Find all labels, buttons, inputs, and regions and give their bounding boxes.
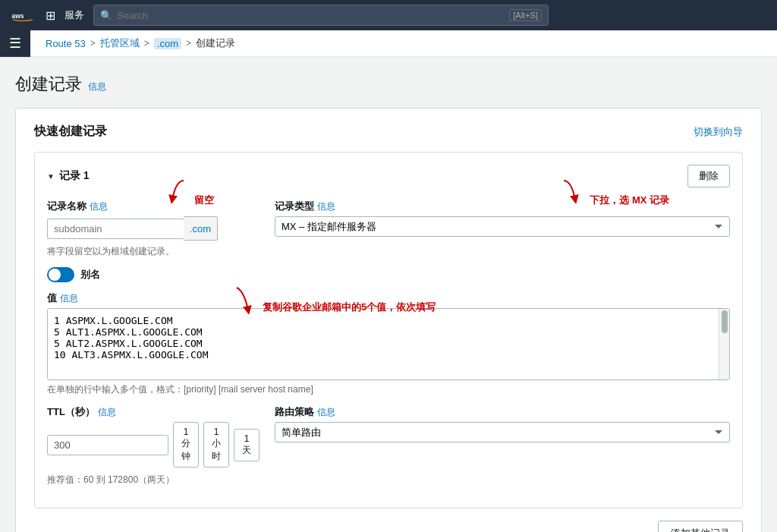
card-header: 快速创建记录 切换到向导 bbox=[34, 124, 743, 140]
alias-toggle-row: 别名 bbox=[47, 267, 730, 282]
breadcrumb-sep-1: > bbox=[90, 38, 96, 49]
breadcrumb-current: 创建记录 bbox=[196, 36, 235, 50]
record-title-text: 记录 1 bbox=[59, 169, 90, 183]
alias-toggle[interactable] bbox=[47, 267, 74, 282]
value-section: 复制谷歌企业邮箱中的5个值，依次填写 值 信息 1 ASPMX.L.GOOGLE… bbox=[47, 291, 730, 396]
ttl-hint: 推荐值：60 到 172800（两天） bbox=[47, 474, 260, 486]
breadcrumb-sep-3: > bbox=[186, 38, 191, 49]
breadcrumb-route53[interactable]: Route 53 bbox=[46, 38, 86, 49]
type-info-link[interactable]: 信息 bbox=[317, 200, 335, 213]
search-bar: 🔍 [Alt+S] bbox=[93, 5, 549, 26]
breadcrumb: Route 53 > 托管区域 > .com > 创建记录 bbox=[30, 30, 777, 57]
breadcrumb-domain: .com bbox=[154, 38, 181, 49]
ttl-1min-button[interactable]: 1 分钟 bbox=[173, 422, 199, 467]
page-title-area: 创建记录 信息 bbox=[15, 73, 762, 96]
search-icon: 🔍 bbox=[100, 10, 112, 21]
alias-label: 别名 bbox=[80, 268, 100, 282]
ttl-1day-button[interactable]: 1 天 bbox=[234, 429, 260, 461]
value-textarea-wrapper: 1 ASPMX.L.GOOGLE.COM 5 ALT1.ASPMX.L.GOOG… bbox=[47, 308, 730, 380]
record-section-header: ▼ 记录 1 删除 bbox=[47, 165, 730, 187]
name-hint: 将字段留空以为根域创建记录。 bbox=[47, 245, 260, 258]
record-name-input[interactable] bbox=[47, 219, 184, 239]
name-info-link[interactable]: 信息 bbox=[90, 200, 108, 213]
value-hint: 在单独的行中输入多个值，格式：[priority] [mail server h… bbox=[47, 383, 730, 396]
record-section-title: ▼ 记录 1 bbox=[47, 169, 90, 183]
breadcrumb-sep-2: > bbox=[144, 38, 149, 49]
name-group: 记录名称 信息 .com 将字段留空以为根域创建记录。 bbox=[47, 200, 260, 258]
ttl-group: TTL（秒） 信息 300 1 分钟 1 小时 1 天 推荐值：60 到 172… bbox=[47, 405, 260, 486]
top-nav: aws ⊞ 服务 🔍 [Alt+S] bbox=[0, 0, 777, 30]
value-info-link[interactable]: 信息 bbox=[60, 292, 78, 305]
ttl-input[interactable]: 300 bbox=[47, 435, 168, 455]
services-menu[interactable]: 服务 bbox=[64, 8, 84, 22]
page-title: 创建记录 bbox=[15, 73, 82, 96]
routing-select[interactable]: 简单路由 加权 延迟 故障转移 地理位置 多值应答 bbox=[275, 422, 730, 442]
value-textarea[interactable]: 1 ASPMX.L.GOOGLE.COM 5 ALT1.ASPMX.L.GOOG… bbox=[48, 309, 729, 377]
main-content: 创建记录 信息 快速创建记录 切换到向导 ▼ 记录 1 删除 bbox=[0, 58, 777, 532]
quick-create-card: 快速创建记录 切换到向导 ▼ 记录 1 删除 bbox=[15, 108, 762, 532]
add-record-button[interactable]: 添加其他记录 bbox=[658, 521, 743, 532]
record-section: ▼ 记录 1 删除 留空 bbox=[34, 152, 743, 508]
svg-text:aws: aws bbox=[12, 12, 24, 20]
routing-info-link[interactable]: 信息 bbox=[317, 406, 335, 419]
add-record-row: 添加其他记录 bbox=[34, 521, 743, 532]
record-type-select[interactable]: MX – 指定邮件服务器 A – IPv4地址 AAAA – IPv6地址 CN… bbox=[275, 216, 730, 237]
aws-logo: aws bbox=[9, 7, 36, 24]
card-title: 快速创建记录 bbox=[34, 124, 107, 140]
sidebar-toggle[interactable]: ☰ bbox=[0, 30, 30, 57]
grid-icon[interactable]: ⊞ bbox=[46, 8, 55, 23]
domain-suffix: .com bbox=[184, 216, 218, 241]
search-input[interactable] bbox=[117, 10, 505, 21]
ttl-info-link[interactable]: 信息 bbox=[98, 406, 116, 419]
value-label: 值 信息 bbox=[47, 291, 730, 305]
ttl-1hour-button[interactable]: 1 小时 bbox=[203, 422, 229, 467]
type-label: 记录类型 信息 bbox=[275, 200, 730, 213]
ttl-input-row: 300 1 分钟 1 小时 1 天 bbox=[47, 422, 260, 467]
routing-group: 路由策略 信息 简单路由 加权 延迟 故障转移 地理位置 多值应答 bbox=[275, 405, 730, 442]
type-group: 记录类型 信息 MX – 指定邮件服务器 A – IPv4地址 AAAA – I… bbox=[275, 200, 730, 237]
search-shortcut: [Alt+S] bbox=[509, 9, 542, 21]
switch-to-wizard-link[interactable]: 切换到向导 bbox=[694, 125, 743, 139]
name-label: 记录名称 信息 bbox=[47, 200, 260, 213]
name-type-row: 记录名称 信息 .com 将字段留空以为根域创建记录。 记录类型 信息 bbox=[47, 200, 730, 258]
breadcrumb-hosted-zones[interactable]: 托管区域 bbox=[100, 36, 140, 50]
delete-record-button[interactable]: 删除 bbox=[687, 165, 730, 187]
page-title-info-link[interactable]: 信息 bbox=[88, 80, 106, 93]
expand-icon: ▼ bbox=[47, 172, 55, 181]
scrollbar-thumb bbox=[722, 310, 728, 333]
ttl-routing-row: TTL（秒） 信息 300 1 分钟 1 小时 1 天 推荐值：60 到 172… bbox=[47, 405, 730, 486]
scrollbar bbox=[719, 309, 729, 379]
ttl-label: TTL（秒） 信息 bbox=[47, 405, 260, 419]
routing-label: 路由策略 信息 bbox=[275, 405, 730, 419]
name-input-wrapper: .com bbox=[47, 216, 260, 241]
